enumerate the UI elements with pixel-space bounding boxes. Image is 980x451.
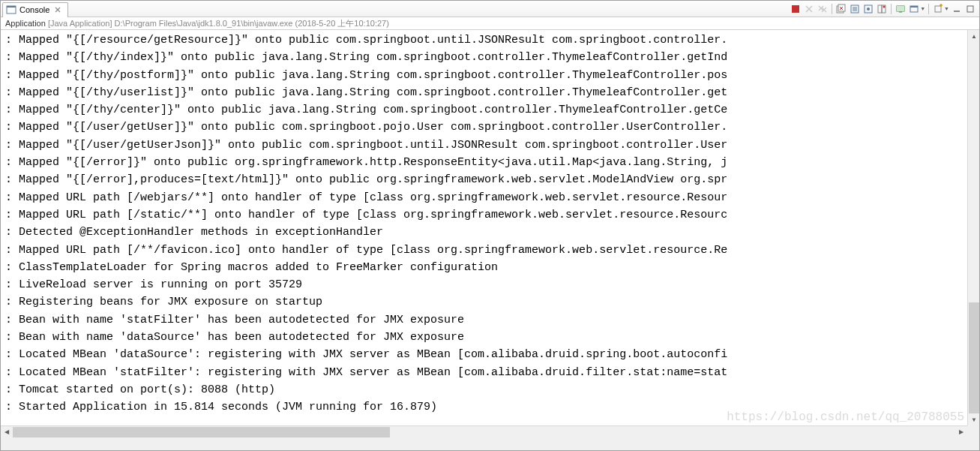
launch-timestamp: (2018-5-20 上午10:10:27) bbox=[295, 18, 388, 29]
tab-title: Console bbox=[19, 5, 49, 14]
scroll-thumb-vertical[interactable] bbox=[969, 302, 979, 414]
open-console-icon[interactable] bbox=[908, 3, 920, 15]
scroll-lock-icon[interactable] bbox=[849, 3, 861, 15]
svg-rect-12 bbox=[897, 6, 904, 11]
console-icon bbox=[6, 5, 16, 15]
scroll-left-arrow[interactable]: ◀ bbox=[1, 426, 13, 438]
console-area: : Mapped "{[/resource/getResource]}" ont… bbox=[1, 30, 979, 437]
pin-icon[interactable] bbox=[876, 3, 888, 15]
close-icon[interactable] bbox=[52, 5, 63, 15]
minimize-icon[interactable] bbox=[951, 3, 963, 15]
separator bbox=[928, 4, 929, 14]
separator bbox=[832, 4, 832, 14]
svg-point-7 bbox=[867, 8, 870, 11]
remove-launch-icon[interactable] bbox=[803, 3, 815, 15]
maximize-icon[interactable] bbox=[964, 3, 976, 15]
svg-rect-14 bbox=[910, 6, 918, 8]
console-output[interactable]: : Mapped "{[/resource/getResource]}" ont… bbox=[1, 30, 979, 437]
tab-bar: Console bbox=[1, 1, 979, 17]
svg-rect-15 bbox=[935, 6, 941, 12]
clear-icon[interactable] bbox=[835, 3, 847, 15]
tab-area: Console bbox=[2, 1, 68, 17]
horizontal-scrollbar[interactable]: ◀ ▶ bbox=[1, 425, 967, 437]
svg-rect-16 bbox=[967, 6, 973, 12]
launch-bar: Application [Java Application] D:\Progra… bbox=[1, 17, 979, 30]
launch-path: D:\Program Files\Java\jdk1.8.0_91\bin\ja… bbox=[115, 19, 293, 28]
word-wrap-icon[interactable] bbox=[862, 3, 874, 15]
scroll-corner bbox=[967, 425, 979, 437]
svg-point-10 bbox=[883, 5, 886, 8]
display-icon[interactable] bbox=[895, 3, 907, 15]
svg-rect-2 bbox=[792, 5, 799, 13]
launch-name: Application bbox=[5, 19, 46, 28]
vertical-scrollbar[interactable]: ▲ ▼ bbox=[967, 30, 979, 425]
scroll-right-arrow[interactable]: ▶ bbox=[955, 426, 967, 438]
scroll-down-arrow[interactable]: ▼ bbox=[968, 413, 979, 425]
dropdown-arrow-icon[interactable]: ▼ bbox=[920, 6, 925, 11]
separator bbox=[891, 4, 892, 14]
console-tab[interactable]: Console bbox=[2, 2, 68, 17]
new-console-icon[interactable] bbox=[932, 3, 944, 15]
svg-rect-1 bbox=[7, 6, 16, 8]
dropdown-arrow-icon[interactable]: ▼ bbox=[944, 6, 949, 11]
toolbar: ▼ ▼ bbox=[790, 3, 978, 15]
scroll-up-arrow[interactable]: ▲ bbox=[968, 30, 979, 42]
terminate-icon[interactable] bbox=[790, 3, 802, 15]
launch-type: [Java Application] bbox=[48, 19, 112, 28]
scroll-thumb-horizontal[interactable] bbox=[13, 427, 390, 437]
remove-all-icon[interactable] bbox=[817, 3, 829, 15]
svg-rect-8 bbox=[878, 5, 882, 13]
